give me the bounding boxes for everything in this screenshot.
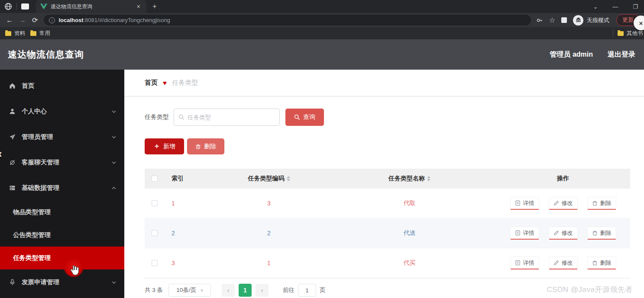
delete-button[interactable]: 删除 (187, 138, 224, 154)
prev-page-button[interactable]: ‹ (222, 284, 235, 297)
side-panel-icon[interactable] (561, 17, 567, 23)
sidebar-item-label: 客服聊天管理 (22, 158, 59, 167)
tab-search-icon[interactable]: ⌄ (593, 3, 598, 10)
row-delete-button[interactable]: 删除 (587, 227, 616, 240)
password-key-icon[interactable] (536, 17, 543, 24)
bookmark-label: 其他书 (627, 30, 643, 37)
sidebar-subitem-notice-types[interactable]: 公告类型管理 (0, 224, 124, 247)
url-host: localhost (58, 17, 83, 23)
cell-code: 3 (215, 200, 323, 207)
folder-icon (5, 31, 11, 36)
next-page-button[interactable]: › (256, 284, 269, 297)
goto-page-input[interactable] (298, 284, 316, 297)
edit-button[interactable]: 修改 (549, 256, 578, 269)
sidebar-item-chat[interactable]: 客服聊天管理 (0, 150, 124, 175)
chevron-down-icon (111, 135, 117, 140)
sidebar-item-admins[interactable]: 管理员管理 (0, 124, 124, 150)
cell-code: 2 (215, 230, 323, 237)
logout-link[interactable]: 退出登录 (608, 50, 635, 59)
chevron-down-icon (111, 280, 117, 285)
chevron-down-icon: ▾ (201, 288, 203, 293)
detail-button[interactable]: 详情 (510, 256, 539, 269)
new-tab-button[interactable]: + (152, 2, 157, 11)
tab-thumbnail-icon[interactable] (21, 3, 29, 10)
divider (16, 3, 17, 10)
sidebar-item-label: 发票申请管理 (22, 278, 59, 286)
forward-button[interactable]: → (19, 16, 26, 24)
row-checkbox[interactable] (152, 260, 158, 266)
sidebar-item-basedata[interactable]: 基础数据管理 (0, 175, 124, 201)
query-button-label: 查询 (303, 113, 315, 121)
back-button[interactable]: ← (6, 16, 13, 24)
sidebar-item-profile[interactable]: 个人中心 (0, 99, 124, 124)
browser-logo-icon[interactable] (4, 3, 12, 10)
edit-button[interactable]: 修改 (549, 227, 578, 240)
table-row[interactable]: 1 3 代取 详情 修改 (145, 189, 630, 218)
detail-button[interactable]: 详情 (510, 227, 539, 240)
sidebar-item-home[interactable]: 首页 (0, 73, 124, 99)
chat-mute-icon (9, 159, 16, 166)
page-size-value: 10条/页 (176, 286, 196, 294)
row-delete-button[interactable]: 删除 (587, 256, 616, 269)
sort-carets-icon[interactable] (427, 176, 430, 181)
trash-icon (592, 260, 598, 266)
add-button-label: 新增 (163, 143, 175, 151)
search-input[interactable] (188, 114, 275, 121)
trash-icon (195, 144, 201, 149)
search-field[interactable] (174, 109, 280, 126)
app-title: 速达物流信息查询 (8, 48, 84, 61)
page-size-select[interactable]: 10条/页 ▾ (168, 284, 211, 297)
row-delete-button[interactable]: 删除 (587, 197, 616, 210)
table-row[interactable]: 2 2 代送 详情 修改 (145, 218, 630, 248)
restore-button[interactable]: ❐ (633, 3, 638, 10)
sidebar-subitem-label: 公告类型管理 (13, 231, 51, 239)
goto-label: 前往 (283, 286, 294, 294)
row-checkbox[interactable] (152, 200, 158, 206)
sidebar-subitem-item-types[interactable]: 物品类型管理 (0, 201, 124, 224)
select-all-checkbox[interactable] (152, 176, 158, 182)
left-edge-chevron-icon[interactable]: ‹ (0, 147, 2, 160)
home-icon (9, 82, 16, 90)
add-button[interactable]: ＋ 新增 (145, 138, 184, 154)
bookmark-star-icon[interactable]: ☆ (549, 16, 555, 24)
main-content: 首页 ♥ 任务类型 任务类型 (124, 70, 644, 298)
document-icon (515, 260, 521, 266)
document-icon (515, 230, 521, 236)
col-header-code[interactable]: 任务类型编码 (215, 175, 323, 183)
minimize-button[interactable]: — (612, 3, 618, 10)
detail-button-label: 详情 (523, 199, 534, 207)
reload-button[interactable]: ⟳ (32, 16, 38, 24)
breadcrumb-current: 任务类型 (172, 79, 198, 87)
detail-button[interactable]: 详情 (510, 197, 539, 210)
sort-carets-icon[interactable] (287, 176, 290, 181)
address-bar[interactable]: i localhost:8081/#/dictionaryTongchengji… (44, 15, 531, 26)
sidebar-item-label: 首页 (22, 82, 34, 90)
cell-code: 1 (215, 260, 323, 266)
user-icon (9, 108, 16, 115)
sidebar-item-invoice[interactable]: 发票申请管理 (0, 269, 124, 295)
table-row[interactable]: 3 1 代买 详情 修改 (145, 248, 630, 278)
app-header: 速达物流信息查询 管理员 admin 退出登录 (0, 39, 644, 70)
folder-icon (30, 31, 36, 36)
detail-button-label: 详情 (523, 259, 534, 267)
current-user-label: 管理员 admin (550, 50, 593, 59)
breadcrumb-home[interactable]: 首页 (145, 79, 158, 87)
sidebar-item-label: 管理员管理 (22, 133, 53, 141)
invoice-icon (9, 279, 16, 286)
bookmark-folder-2[interactable]: 常用 (30, 30, 50, 37)
current-page-button[interactable]: 1 (239, 284, 252, 297)
sidebar-subitem-task-types[interactable]: 任务类型管理 (0, 247, 124, 269)
sidebar-nav: 首页 个人中心 管理员管理 (0, 70, 124, 298)
col-header-name[interactable]: 任务类型名称 (323, 175, 496, 183)
query-button[interactable]: 查询 (285, 109, 324, 126)
other-bookmarks-folder[interactable]: 其他书 (613, 30, 644, 37)
bookmark-folder-1[interactable]: 资料 (5, 30, 25, 37)
edit-button-label: 修改 (562, 259, 573, 267)
site-info-icon[interactable]: i (49, 17, 55, 23)
folder-icon (618, 31, 624, 36)
tab-close-icon[interactable]: × (135, 3, 142, 10)
edit-button[interactable]: 修改 (549, 197, 578, 210)
browser-tab[interactable]: 速达物流信息查询 × (36, 0, 146, 13)
sidebar-subitem-label: 任务类型管理 (13, 254, 51, 262)
row-checkbox[interactable] (152, 230, 158, 236)
